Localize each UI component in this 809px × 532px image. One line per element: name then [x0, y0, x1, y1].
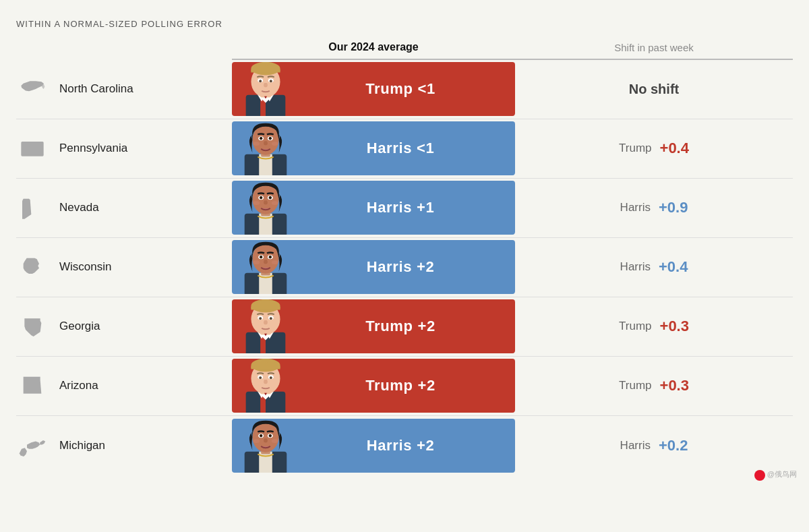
shift-value: +0.9: [659, 199, 688, 216]
shift-column: Harris +0.9: [515, 199, 793, 216]
shift-column: Trump +0.3: [515, 318, 793, 335]
shift-candidate: Trump: [619, 320, 652, 333]
avg-bar: Harris +2: [232, 419, 515, 473]
candidate-portrait: [232, 359, 299, 413]
avg-bar-container: Trump <1: [232, 62, 515, 116]
svg-point-55: [270, 317, 272, 320]
svg-rect-15: [259, 154, 272, 175]
avg-label: Trump +2: [365, 318, 436, 335]
svg-point-40: [260, 256, 262, 258]
svg-point-10: [259, 80, 262, 82]
candidate-portrait: [232, 240, 299, 294]
avg-bar-container: Harris +2: [232, 419, 515, 473]
svg-point-31: [269, 196, 272, 199]
state-icon: [16, 73, 49, 105]
state-icon: [16, 251, 49, 283]
avg-label: Trump +2: [365, 377, 436, 394]
avg-bar-container: Harris +2: [232, 240, 515, 294]
table-row: Wisconsin Harris +: [16, 238, 793, 297]
avg-bar-container: Harris +1: [232, 181, 515, 235]
avg-bar: Trump +2: [232, 299, 515, 353]
table-row: North Carolina Trump <1: [16, 60, 793, 119]
avg-bar-container: Trump +2: [232, 299, 515, 353]
shift-column-header: Shift in past week: [515, 42, 793, 53]
shift-candidate: Trump: [619, 379, 652, 392]
svg-rect-25: [259, 214, 272, 235]
svg-point-41: [269, 256, 272, 258]
watermark: @俄鸟网: [754, 469, 797, 480]
avg-label: Harris +2: [367, 437, 435, 454]
svg-point-21: [269, 137, 272, 140]
shift-column: Harris +0.2: [515, 437, 793, 454]
shift-value: +0.3: [660, 377, 689, 394]
state-name: Pennsylvania: [59, 142, 127, 155]
avg-bar: Harris +1: [232, 181, 515, 235]
avg-label: Harris +1: [367, 199, 435, 216]
state-icon: [16, 191, 49, 224]
shift-column: Harris +0.4: [515, 258, 793, 276]
table-row: Nevada Harris +1: [16, 179, 793, 238]
shift-value: +0.3: [660, 318, 689, 335]
table-row: Georgia Trump +2: [16, 297, 793, 357]
shift-value: +0.4: [660, 140, 689, 157]
state-icon: [16, 310, 49, 343]
svg-point-23: [272, 142, 278, 146]
state-icon: [16, 430, 49, 462]
svg-point-20: [260, 137, 262, 140]
avg-bar: Harris <1: [232, 121, 515, 175]
svg-point-42: [253, 260, 260, 264]
svg-point-67: [259, 376, 262, 379]
state-name: Nevada: [59, 201, 99, 214]
page-title: WITHIN A NORMAL-SIZED POLLING ERROR: [16, 19, 793, 29]
shift-candidate: Trump: [619, 142, 652, 155]
svg-point-54: [259, 317, 262, 320]
state-name: Michigan: [59, 439, 105, 452]
state-name: North Carolina: [59, 82, 133, 96]
svg-point-68: [270, 376, 272, 379]
svg-point-33: [272, 201, 278, 205]
shift-candidate: Harris: [620, 439, 651, 452]
state-icon: [16, 132, 49, 165]
state-column: Wisconsin: [16, 244, 232, 290]
avg-column-header: Our 2024 average: [232, 41, 515, 53]
svg-rect-13: [21, 142, 43, 156]
shift-candidate: Harris: [620, 201, 651, 214]
state-icon: [16, 370, 49, 402]
avg-label: Harris +2: [367, 258, 435, 276]
svg-point-77: [269, 434, 272, 437]
candidate-portrait: [232, 181, 299, 235]
state-column: North Carolina: [16, 66, 232, 112]
svg-point-43: [272, 260, 278, 264]
state-name: Georgia: [59, 320, 100, 333]
state-column: Nevada: [16, 185, 232, 231]
data-table: North Carolina Trump <1: [16, 60, 793, 475]
svg-rect-71: [259, 451, 272, 472]
svg-point-32: [253, 201, 260, 205]
avg-bar-container: Trump +2: [232, 359, 515, 413]
state-column: Michigan: [16, 423, 232, 469]
svg-point-78: [253, 439, 260, 443]
table-row: Michigan Harris +2: [16, 416, 793, 475]
state-column: Georgia: [16, 303, 232, 349]
state-column: Arizona: [16, 363, 232, 409]
table-row: Pennsylvania Harri: [16, 119, 793, 179]
avg-label: Harris <1: [367, 140, 435, 157]
table-row: Arizona Trump +2: [16, 357, 793, 416]
candidate-portrait: [232, 419, 299, 473]
svg-point-22: [253, 142, 260, 146]
shift-candidate: Harris: [620, 260, 651, 274]
svg-rect-35: [259, 273, 272, 294]
avg-bar: Trump +2: [232, 359, 515, 413]
candidate-portrait: [232, 62, 299, 116]
svg-point-76: [260, 434, 262, 437]
shift-column: No shift: [515, 82, 793, 97]
shift-column: Trump +0.4: [515, 140, 793, 157]
shift-value: +0.4: [659, 258, 688, 276]
candidate-portrait: [232, 299, 299, 353]
svg-point-11: [270, 80, 272, 82]
candidate-portrait: [232, 121, 299, 175]
shift-value: No shift: [629, 82, 679, 97]
svg-point-79: [272, 439, 278, 443]
state-name: Wisconsin: [59, 260, 111, 274]
shift-value: +0.2: [659, 437, 688, 454]
